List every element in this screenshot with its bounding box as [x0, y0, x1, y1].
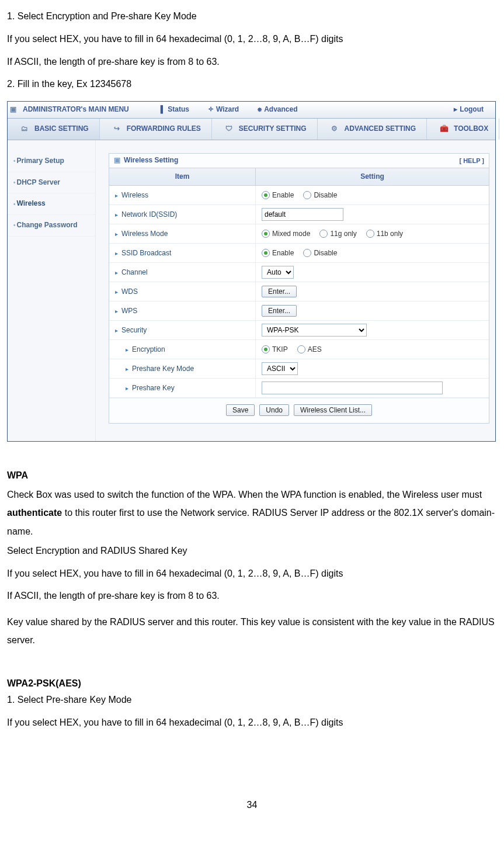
sidebar-item-change-password[interactable]: • Change Password: [8, 215, 95, 237]
arrow-icon: ▸: [115, 192, 118, 199]
label-security: Security: [121, 326, 147, 335]
intro-ascii: If ASCII, the length of pre-share key is…: [7, 56, 497, 68]
wpa-heading: WPA: [7, 470, 497, 482]
tab-bar: 🗂 BASIC SETTING ↪ FORWARDING RULES 🛡 SEC…: [8, 119, 495, 140]
arrow-icon: ▸: [115, 307, 118, 315]
undo-button[interactable]: Undo: [259, 404, 289, 416]
sidebar-item-primary-setup[interactable]: • Primary Setup: [8, 151, 95, 172]
wpa-hex: If you select HEX, you have to fill in 6…: [7, 568, 497, 580]
wpa-key-note: Key value shared by the RADIUS server an…: [7, 613, 497, 649]
panel-title: Wireless Setting: [124, 156, 178, 165]
wpa-select-encryption: Select Encryption and RADIUS Shared Key: [7, 545, 497, 557]
wpa2-heading: WPA2-PSK(AES): [7, 678, 497, 690]
basic-setting-icon: 🗂: [18, 124, 31, 134]
arrow-icon: ▸: [115, 211, 118, 219]
bullet-icon: •: [13, 221, 16, 229]
label-wireless-mode: Wireless Mode: [121, 230, 168, 239]
label-channel: Channel: [121, 268, 148, 278]
router-screenshot: ▣ ADMINISTRATOR's MAIN MENU ▌ Status ✧ W…: [7, 101, 496, 442]
menu-wizard[interactable]: ✧ Wizard: [199, 105, 248, 115]
wireless-enable-radio[interactable]: Enable: [262, 191, 294, 200]
wizard-icon: ✧: [208, 105, 214, 115]
label-encryption: Encryption: [132, 345, 165, 355]
save-button[interactable]: Save: [226, 404, 255, 416]
arrow-icon: ▸: [115, 288, 118, 296]
col-item: Item: [109, 168, 256, 186]
page-number: 34: [7, 799, 497, 811]
wireless-client-list-button[interactable]: Wireless Client List...: [294, 404, 372, 416]
label-ssid: Network ID(SSID): [121, 210, 177, 220]
mode-11b-radio[interactable]: 11b only: [366, 230, 403, 239]
wireless-disable-radio[interactable]: Disable: [303, 191, 337, 200]
advanced-tab-icon: ⚙: [328, 124, 341, 134]
bullet-icon: •: [13, 200, 16, 208]
wpa2-hex: If you select HEX, you have to fill in 6…: [7, 717, 497, 729]
advanced-icon: ⎈: [258, 105, 262, 115]
ssid-input[interactable]: [262, 208, 343, 221]
intro-hex: If you select HEX, you have to fill in 6…: [7, 33, 497, 46]
sidebar: • Primary Setup • DHCP Server • Wireless…: [8, 140, 96, 441]
wireless-setting-panel: ▣ Wireless Setting [ HELP ] Item Setting…: [109, 153, 489, 424]
sidebar-item-dhcp-server[interactable]: • DHCP Server: [8, 172, 95, 194]
tab-security-setting[interactable]: 🛡 SECURITY SETTING: [212, 119, 318, 140]
main-menu-title: ADMINISTRATOR's MAIN MENU: [18, 105, 134, 115]
encryption-aes-radio[interactable]: AES: [297, 345, 322, 355]
main-menu-bar: ▣ ADMINISTRATOR's MAIN MENU ▌ Status ✧ W…: [8, 102, 495, 119]
wpa2-step1: 1. Select Pre-share Key Mode: [7, 694, 497, 706]
label-preshare-key: Preshare Key: [132, 384, 175, 393]
arrow-icon: ▸: [115, 230, 118, 238]
arrow-icon: ▸: [126, 365, 128, 373]
tab-forwarding-rules[interactable]: ↪ FORWARDING RULES: [100, 119, 212, 140]
toolbox-icon: 🧰: [437, 124, 450, 134]
tab-advanced-setting[interactable]: ⚙ ADVANCED SETTING: [318, 119, 427, 140]
tab-basic-setting[interactable]: 🗂 BASIC SETTING: [8, 119, 100, 140]
forwarding-icon: ↪: [110, 124, 123, 134]
arrow-icon: ▸: [126, 346, 128, 353]
arrow-right-icon: ▸: [454, 105, 457, 115]
tab-toolbox[interactable]: 🧰 TOOLBOX: [427, 119, 499, 140]
menu-status[interactable]: ▌ Status: [151, 105, 199, 115]
label-preshare-key-mode: Preshare Key Mode: [132, 365, 194, 374]
help-link[interactable]: [ HELP ]: [459, 157, 484, 165]
wpa-body: Check Box was used to switch the functio…: [7, 485, 497, 540]
mode-11g-radio[interactable]: 11g only: [319, 230, 356, 239]
security-select[interactable]: WPA-PSK: [262, 324, 367, 337]
wds-enter-button[interactable]: Enter...: [262, 286, 297, 297]
mode-mixed-radio[interactable]: Mixed mode: [262, 230, 310, 239]
bullet-icon: •: [13, 179, 16, 186]
intro-step2: 2. Fill in the key, Ex 12345678: [7, 78, 497, 91]
panel-icon: ▣: [114, 156, 120, 165]
intro-step1: 1. Select Encryption and Pre-share Key M…: [7, 11, 497, 23]
label-wps: WPS: [121, 307, 137, 316]
arrow-icon: ▸: [126, 384, 128, 392]
menu-advanced[interactable]: ⎈ Advanced: [248, 105, 307, 115]
home-icon: ▣: [8, 105, 18, 115]
preshare-key-mode-select[interactable]: ASCII: [262, 362, 298, 375]
preshare-key-input[interactable]: [262, 382, 443, 394]
sidebar-item-wireless[interactable]: • Wireless: [8, 193, 95, 215]
label-wds: WDS: [121, 287, 138, 297]
wpa-ascii: If ASCII, the length of pre-share key is…: [7, 590, 497, 602]
encryption-tkip-radio[interactable]: TKIP: [262, 345, 288, 355]
arrow-icon: ▸: [115, 249, 118, 257]
security-icon: 🛡: [223, 124, 235, 134]
wps-enter-button[interactable]: Enter...: [262, 305, 297, 317]
channel-select[interactable]: Auto: [262, 266, 294, 279]
menu-logout[interactable]: ▸ Logout: [448, 105, 495, 115]
ssidb-enable-radio[interactable]: Enable: [262, 249, 294, 258]
arrow-icon: ▸: [115, 269, 118, 276]
label-ssid-broadcast: SSID Broadcast: [121, 249, 171, 258]
bullet-icon: •: [13, 157, 16, 165]
col-setting: Setting: [256, 168, 489, 186]
label-wireless: Wireless: [121, 191, 148, 200]
ssidb-disable-radio[interactable]: Disable: [303, 249, 337, 258]
status-icon: ▌: [161, 105, 166, 115]
arrow-icon: ▸: [115, 327, 118, 334]
